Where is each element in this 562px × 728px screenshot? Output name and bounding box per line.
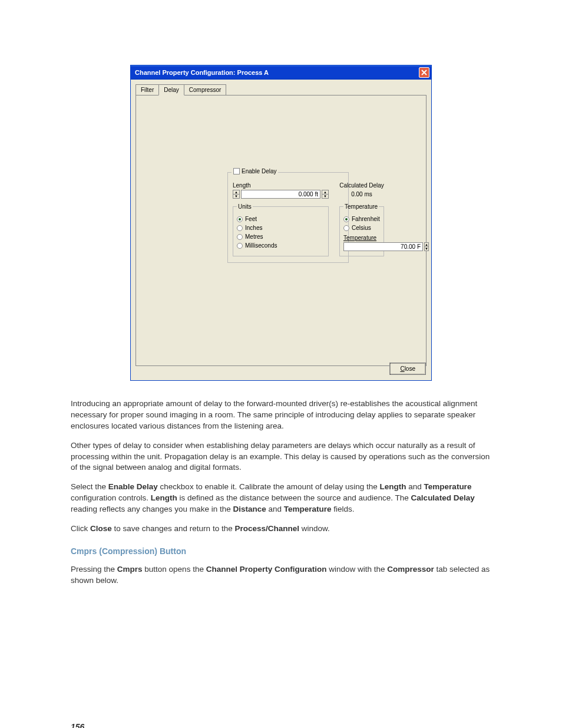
paragraph: Select the Enable Delay checkbox to enab… [71, 482, 491, 515]
units-group: Units Feet Inches Metres Milliseconds [233, 203, 329, 256]
temp-fahrenheit-radio[interactable]: Fahrenheit [343, 216, 380, 222]
temperature-legend: Temperature [343, 203, 379, 210]
titlebar: Channel Property Configuration: Process … [131, 65, 431, 80]
enable-delay-label: Enable Delay [242, 168, 276, 174]
paragraph: Introducing an appropriate amount of del… [71, 398, 491, 432]
length-fine-spinner[interactable]: ▲ ▼ [322, 190, 329, 199]
radio-icon [237, 243, 243, 249]
chevron-up-icon[interactable]: ▲ [425, 243, 428, 247]
temperature-label: Temperature [343, 235, 380, 241]
document-body: Introducing an appropriate amount of del… [71, 398, 491, 728]
unit-ms-radio[interactable]: Milliseconds [237, 242, 325, 249]
close-button[interactable]: Close [390, 363, 425, 374]
paragraph: Click Close to save changes and return t… [71, 523, 491, 535]
chevron-up-icon[interactable]: ▲ [322, 190, 328, 195]
close-icon [421, 70, 427, 75]
tab-compressor[interactable]: Compressor [184, 84, 226, 95]
dialog-body: Filter Delay Compressor Enable Delay Len… [131, 80, 431, 380]
radio-icon [237, 225, 243, 231]
length-coarse-spinner[interactable]: ▲ ▼ [233, 190, 240, 199]
calc-delay-value: 0.00 ms [339, 190, 384, 199]
radio-icon [237, 216, 243, 222]
unit-feet-radio[interactable]: Feet [237, 216, 325, 222]
units-legend: Units [237, 203, 253, 210]
tab-delay[interactable]: Delay [158, 84, 184, 95]
enable-delay-checkbox[interactable] [233, 168, 240, 174]
chevron-down-icon[interactable]: ▼ [425, 247, 428, 251]
tab-panel: Enable Delay Length ▲ ▼ [135, 95, 427, 366]
length-input[interactable] [241, 190, 320, 199]
tabs: Filter Delay Compressor [135, 84, 427, 95]
tab-filter[interactable]: Filter [135, 84, 159, 95]
radio-icon [237, 234, 243, 240]
temperature-input[interactable] [343, 242, 423, 251]
temperature-group: Temperature Fahrenheit Celsius Temperatu… [339, 203, 384, 256]
window-close-button[interactable] [419, 67, 429, 78]
temperature-spinner[interactable]: ▲ ▼ [424, 242, 429, 251]
paragraph: Other types of delay to consider when es… [71, 440, 491, 474]
enable-delay-group: Enable Delay Length ▲ ▼ [227, 172, 349, 263]
section-heading: Cmprs (Compression) Button [71, 546, 491, 556]
page-number: 156 [71, 722, 491, 728]
window-title: Channel Property Configuration: Process … [135, 69, 269, 76]
calc-delay-label: Calculated Delay [339, 182, 384, 189]
length-label: Length [233, 182, 329, 189]
paragraph: Pressing the Cmprs button opens the Chan… [71, 564, 491, 587]
dialog-window: Channel Property Configuration: Process … [130, 65, 432, 381]
unit-metres-radio[interactable]: Metres [237, 233, 325, 240]
chevron-up-icon[interactable]: ▲ [233, 190, 239, 195]
temp-celsius-radio[interactable]: Celsius [343, 225, 380, 231]
chevron-down-icon[interactable]: ▼ [233, 195, 239, 198]
enable-delay-checkbox-row[interactable]: Enable Delay [232, 168, 278, 174]
radio-icon [343, 216, 349, 222]
radio-icon [343, 225, 349, 231]
chevron-down-icon[interactable]: ▼ [322, 195, 328, 198]
unit-inches-radio[interactable]: Inches [237, 225, 325, 231]
